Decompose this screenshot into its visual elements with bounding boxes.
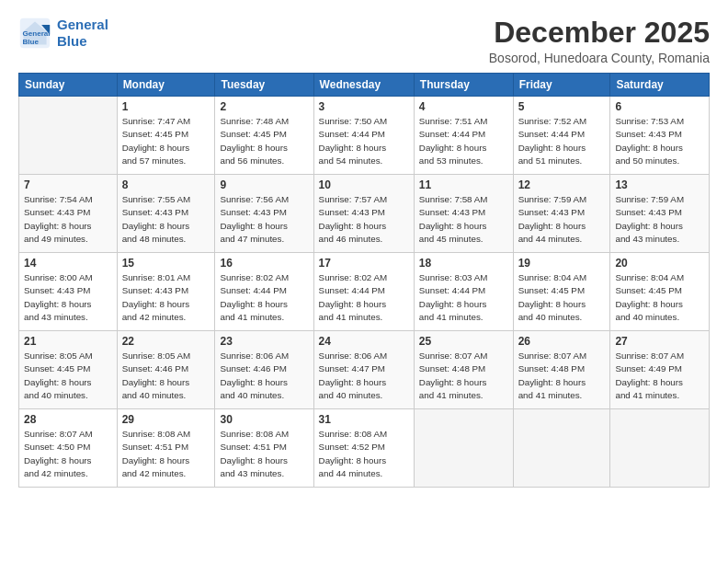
day-info: Sunrise: 7:51 AM Sunset: 4:44 PM Dayligh…: [419, 115, 508, 167]
calendar-cell: 8Sunrise: 7:55 AM Sunset: 4:43 PM Daylig…: [117, 175, 215, 253]
weekday-header-wednesday: Wednesday: [313, 74, 414, 97]
day-number: 30: [220, 413, 308, 426]
calendar-cell: 10Sunrise: 7:57 AM Sunset: 4:43 PM Dayli…: [313, 175, 414, 253]
logo-icon: General Blue: [18, 17, 51, 50]
day-number: 8: [122, 178, 210, 191]
weekday-header-monday: Monday: [117, 74, 215, 97]
day-number: 7: [24, 178, 112, 191]
day-info: Sunrise: 8:06 AM Sunset: 4:46 PM Dayligh…: [220, 350, 308, 402]
calendar-cell: 21Sunrise: 8:05 AM Sunset: 4:45 PM Dayli…: [19, 331, 118, 409]
day-number: 15: [122, 257, 210, 270]
calendar-week-row: 28Sunrise: 8:07 AM Sunset: 4:50 PM Dayli…: [19, 409, 710, 488]
calendar-cell: 24Sunrise: 8:06 AM Sunset: 4:47 PM Dayli…: [313, 331, 414, 409]
day-info: Sunrise: 7:50 AM Sunset: 4:44 PM Dayligh…: [319, 115, 409, 167]
day-info: Sunrise: 8:07 AM Sunset: 4:48 PM Dayligh…: [518, 350, 606, 402]
day-info: Sunrise: 8:02 AM Sunset: 4:44 PM Dayligh…: [220, 271, 308, 324]
day-info: Sunrise: 8:07 AM Sunset: 4:49 PM Dayligh…: [615, 350, 704, 402]
day-number: 9: [220, 178, 308, 191]
calendar-cell: 2Sunrise: 7:48 AM Sunset: 4:45 PM Daylig…: [215, 97, 313, 175]
day-number: 28: [24, 413, 112, 426]
day-number: 4: [419, 100, 508, 113]
calendar-cell: [414, 409, 513, 488]
day-info: Sunrise: 7:55 AM Sunset: 4:43 PM Dayligh…: [122, 193, 210, 246]
day-number: 21: [24, 335, 112, 348]
calendar-cell: 27Sunrise: 8:07 AM Sunset: 4:49 PM Dayli…: [610, 331, 710, 409]
calendar-cell: 7Sunrise: 7:54 AM Sunset: 4:43 PM Daylig…: [19, 175, 118, 253]
location-subtitle: Bosorod, Hunedoara County, Romania: [489, 51, 710, 65]
day-info: Sunrise: 7:59 AM Sunset: 4:43 PM Dayligh…: [615, 193, 704, 246]
month-title: December 2025: [489, 17, 710, 49]
day-number: 11: [419, 178, 508, 191]
weekday-header-sunday: Sunday: [19, 74, 118, 97]
day-number: 31: [319, 413, 409, 426]
day-number: 20: [615, 257, 704, 270]
day-number: 18: [419, 257, 508, 270]
calendar-cell: 13Sunrise: 7:59 AM Sunset: 4:43 PM Dayli…: [610, 175, 710, 253]
day-number: 26: [518, 335, 606, 348]
svg-text:Blue: Blue: [23, 38, 40, 46]
day-info: Sunrise: 8:08 AM Sunset: 4:52 PM Dayligh…: [319, 428, 409, 480]
day-number: 17: [319, 257, 409, 270]
calendar-cell: 26Sunrise: 8:07 AM Sunset: 4:48 PM Dayli…: [513, 331, 610, 409]
calendar-cell: [513, 409, 610, 488]
calendar-week-row: 7Sunrise: 7:54 AM Sunset: 4:43 PM Daylig…: [19, 175, 710, 253]
day-number: 19: [518, 257, 606, 270]
day-number: 27: [615, 335, 704, 348]
day-info: Sunrise: 8:06 AM Sunset: 4:47 PM Dayligh…: [319, 350, 409, 402]
calendar-cell: 16Sunrise: 8:02 AM Sunset: 4:44 PM Dayli…: [215, 253, 313, 331]
day-number: 6: [615, 100, 704, 113]
calendar-cell: 19Sunrise: 8:04 AM Sunset: 4:45 PM Dayli…: [513, 253, 610, 331]
day-info: Sunrise: 7:56 AM Sunset: 4:43 PM Dayligh…: [220, 193, 308, 246]
calendar-table: SundayMondayTuesdayWednesdayThursdayFrid…: [18, 73, 710, 488]
day-number: 12: [518, 178, 606, 191]
calendar-cell: 14Sunrise: 8:00 AM Sunset: 4:43 PM Dayli…: [19, 253, 118, 331]
day-info: Sunrise: 7:48 AM Sunset: 4:45 PM Dayligh…: [220, 115, 308, 167]
calendar-cell: [19, 97, 118, 175]
title-block: December 2025 Bosorod, Hunedoara County,…: [489, 17, 710, 65]
svg-text:General: General: [23, 29, 51, 38]
day-info: Sunrise: 8:04 AM Sunset: 4:45 PM Dayligh…: [518, 271, 606, 324]
calendar-week-row: 21Sunrise: 8:05 AM Sunset: 4:45 PM Dayli…: [19, 331, 710, 409]
calendar-cell: 15Sunrise: 8:01 AM Sunset: 4:43 PM Dayli…: [117, 253, 215, 331]
day-info: Sunrise: 7:47 AM Sunset: 4:45 PM Dayligh…: [122, 115, 210, 167]
day-number: 10: [319, 178, 409, 191]
day-number: 2: [220, 100, 308, 113]
calendar-cell: 1Sunrise: 7:47 AM Sunset: 4:45 PM Daylig…: [117, 97, 215, 175]
calendar-cell: 5Sunrise: 7:52 AM Sunset: 4:44 PM Daylig…: [513, 97, 610, 175]
calendar-cell: 30Sunrise: 8:08 AM Sunset: 4:51 PM Dayli…: [215, 409, 313, 488]
day-number: 1: [122, 100, 210, 113]
calendar-cell: 18Sunrise: 8:03 AM Sunset: 4:44 PM Dayli…: [414, 253, 513, 331]
day-info: Sunrise: 8:00 AM Sunset: 4:43 PM Dayligh…: [24, 271, 112, 324]
calendar-cell: 31Sunrise: 8:08 AM Sunset: 4:52 PM Dayli…: [313, 409, 414, 488]
weekday-header-tuesday: Tuesday: [215, 74, 313, 97]
weekday-header-friday: Friday: [513, 74, 610, 97]
calendar-week-row: 14Sunrise: 8:00 AM Sunset: 4:43 PM Dayli…: [19, 253, 710, 331]
day-number: 23: [220, 335, 308, 348]
day-number: 25: [419, 335, 508, 348]
day-info: Sunrise: 7:59 AM Sunset: 4:43 PM Dayligh…: [518, 193, 606, 246]
day-info: Sunrise: 8:04 AM Sunset: 4:45 PM Dayligh…: [615, 271, 704, 324]
calendar-cell: 25Sunrise: 8:07 AM Sunset: 4:48 PM Dayli…: [414, 331, 513, 409]
day-info: Sunrise: 7:53 AM Sunset: 4:43 PM Dayligh…: [615, 115, 704, 167]
weekday-header-thursday: Thursday: [414, 74, 513, 97]
day-info: Sunrise: 7:58 AM Sunset: 4:43 PM Dayligh…: [419, 193, 508, 246]
day-number: 16: [220, 257, 308, 270]
day-info: Sunrise: 8:07 AM Sunset: 4:50 PM Dayligh…: [24, 428, 112, 480]
day-info: Sunrise: 7:52 AM Sunset: 4:44 PM Dayligh…: [518, 115, 606, 167]
calendar-cell: 22Sunrise: 8:05 AM Sunset: 4:46 PM Dayli…: [117, 331, 215, 409]
day-number: 3: [319, 100, 409, 113]
calendar-cell: 11Sunrise: 7:58 AM Sunset: 4:43 PM Dayli…: [414, 175, 513, 253]
logo: General Blue General Blue: [18, 17, 108, 50]
calendar-cell: 6Sunrise: 7:53 AM Sunset: 4:43 PM Daylig…: [610, 97, 710, 175]
day-info: Sunrise: 8:01 AM Sunset: 4:43 PM Dayligh…: [122, 271, 210, 324]
calendar-cell: 29Sunrise: 8:08 AM Sunset: 4:51 PM Dayli…: [117, 409, 215, 488]
calendar-cell: 3Sunrise: 7:50 AM Sunset: 4:44 PM Daylig…: [313, 97, 414, 175]
calendar-cell: 20Sunrise: 8:04 AM Sunset: 4:45 PM Dayli…: [610, 253, 710, 331]
day-number: 5: [518, 100, 606, 113]
day-info: Sunrise: 8:05 AM Sunset: 4:45 PM Dayligh…: [24, 350, 112, 402]
day-number: 24: [319, 335, 409, 348]
calendar-cell: 23Sunrise: 8:06 AM Sunset: 4:46 PM Dayli…: [215, 331, 313, 409]
day-info: Sunrise: 7:54 AM Sunset: 4:43 PM Dayligh…: [24, 193, 112, 246]
day-info: Sunrise: 8:05 AM Sunset: 4:46 PM Dayligh…: [122, 350, 210, 402]
day-number: 22: [122, 335, 210, 348]
